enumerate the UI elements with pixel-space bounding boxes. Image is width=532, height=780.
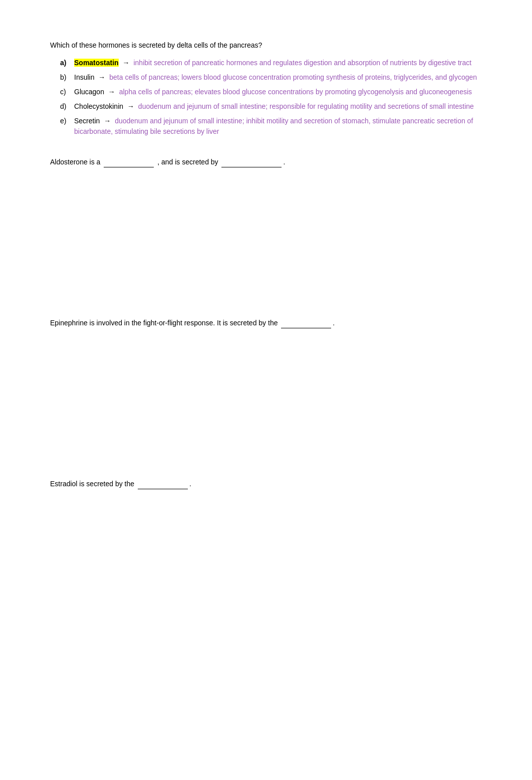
option-c: c) Glucagon → alpha cells of pancreas; e… (60, 87, 482, 97)
option-e-content: Secretin → duodenum and jejunum of small… (74, 116, 482, 137)
question-2-prefix: Aldosterone is a (50, 158, 100, 166)
option-b-content: Insulin → beta cells of pancreas; lowers… (74, 72, 482, 83)
options-list: a) Somatostatin → inhibit secretion of p… (60, 58, 482, 137)
question-2-text: Aldosterone is a , and is secreted by . (50, 157, 482, 167)
option-a-key: Somatostatin (74, 59, 119, 67)
option-a-content: Somatostatin → inhibit secretion of panc… (74, 58, 482, 68)
question-3-prefix: Epinephrine is involved in the fight-or-… (50, 319, 278, 327)
option-d-content: Cholecystokinin → duodenum and jejunum o… (74, 101, 482, 112)
question-4-blank[interactable] (138, 481, 188, 489)
option-b-detail: beta cells of pancreas; lowers blood glu… (109, 73, 477, 81)
question-2-middle: , and is secreted by (157, 158, 218, 166)
option-e-arrow: → (104, 117, 113, 125)
option-c-arrow: → (108, 88, 117, 96)
option-c-detail: alpha cells of pancreas; elevates blood … (119, 88, 472, 96)
option-c-content: Glucagon → alpha cells of pancreas; elev… (74, 87, 482, 97)
option-a-arrow: → (123, 59, 132, 67)
option-a: a) Somatostatin → inhibit secretion of p… (60, 58, 482, 68)
gap-1 (50, 187, 482, 318)
question-3: Epinephrine is involved in the fight-or-… (50, 318, 482, 328)
option-b: b) Insulin → beta cells of pancreas; low… (60, 72, 482, 83)
question-4-period: . (189, 480, 191, 488)
question-2: Aldosterone is a , and is secreted by . (50, 157, 482, 167)
question-4-text: Estradiol is secreted by the . (50, 479, 482, 489)
option-e: e) Secretin → duodenum and jejunum of sm… (60, 116, 482, 137)
option-a-detail: inhibit secretion of pancreatic hormones… (133, 59, 471, 67)
question-2-blank1[interactable] (104, 159, 154, 167)
option-e-label: e) (60, 116, 74, 137)
option-b-key: Insulin (74, 73, 94, 81)
question-4: Estradiol is secreted by the . (50, 479, 482, 489)
option-c-key: Glucagon (74, 88, 104, 96)
question-2-blank2[interactable] (221, 159, 282, 167)
option-d-detail: duodenum and jejunum of small intestine;… (138, 102, 474, 110)
option-b-label: b) (60, 72, 74, 83)
option-d-key: Cholecystokinin (74, 102, 123, 110)
option-e-key: Secretin (74, 117, 100, 125)
option-d-label: d) (60, 101, 74, 112)
question-3-blank[interactable] (281, 320, 331, 328)
option-e-detail: duodenum and jejunum of small intestine;… (74, 117, 473, 135)
option-d: d) Cholecystokinin → duodenum and jejunu… (60, 101, 482, 112)
question-3-text: Epinephrine is involved in the fight-or-… (50, 318, 482, 328)
option-a-label: a) (60, 58, 74, 68)
option-c-label: c) (60, 87, 74, 97)
question-4-prefix: Estradiol is secreted by the (50, 480, 134, 488)
option-d-arrow: → (127, 102, 136, 110)
question-1: Which of these hormones is secreted by d… (50, 40, 482, 137)
gap-2 (50, 348, 482, 479)
option-b-arrow: → (98, 73, 107, 81)
question-2-period: . (283, 158, 285, 166)
question-1-text: Which of these hormones is secreted by d… (50, 40, 482, 51)
question-3-period: . (333, 319, 335, 327)
